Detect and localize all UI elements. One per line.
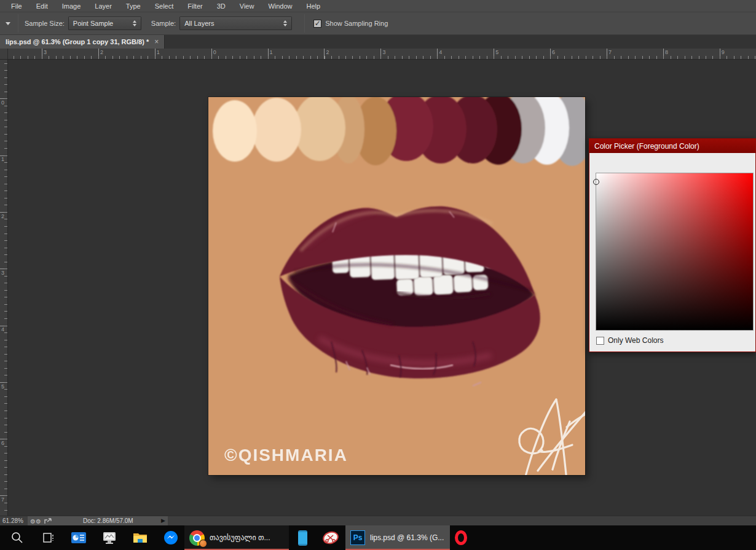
- ruler-v-number: 6: [1, 440, 4, 446]
- taskbar-photoshop-window-button[interactable]: Ps lips.psd @ 61.3% (G...: [345, 525, 450, 550]
- spinner-icon: [283, 20, 287, 26]
- sample-dropdown[interactable]: All Layers: [179, 17, 292, 30]
- menu-item-window[interactable]: Window: [261, 0, 299, 12]
- taskbar-snip-tool-button[interactable]: [318, 525, 343, 550]
- file-explorer-icon: [132, 531, 148, 544]
- taskbar-report-app-button[interactable]: [66, 525, 91, 550]
- taskbar-your-phone-button[interactable]: [290, 525, 315, 550]
- messenger-icon: [163, 530, 178, 545]
- close-icon[interactable]: ×: [154, 37, 159, 46]
- ruler-h-number: 2: [326, 49, 329, 55]
- lips-artwork: ©QISHMARIA: [208, 97, 585, 475]
- spinner-icon: [133, 20, 136, 26]
- ruler-h-number: 4: [439, 49, 442, 55]
- menu-item-layer[interactable]: Layer: [88, 0, 119, 12]
- document-tab[interactable]: lips.psd @ 61.3% (Group 1 copy 31, RGB/8…: [0, 35, 165, 49]
- vertical-ruler[interactable]: 01234567: [0, 60, 8, 516]
- color-cursor-marker[interactable]: [593, 179, 599, 185]
- chrome-window-title: თავისუფალი თ...: [210, 533, 270, 542]
- document-tab-strip: lips.psd @ 61.3% (Group 1 copy 31, RGB/8…: [0, 35, 756, 49]
- menu-item-select[interactable]: Select: [148, 0, 181, 12]
- taskbar-chrome-window-button[interactable]: თავისუფალი თ...: [184, 525, 289, 550]
- ruler-h-number: 9: [722, 49, 725, 55]
- sample-size-dropdown[interactable]: Point Sample: [68, 17, 141, 30]
- only-web-colors-checkbox[interactable]: [596, 337, 604, 345]
- tool-preset-button[interactable]: [2, 16, 14, 31]
- taskbar-search-button[interactable]: [5, 525, 30, 550]
- taskbar-file-explorer-button[interactable]: [128, 525, 152, 550]
- show-sampling-ring-label: Show Sampling Ring: [325, 20, 388, 27]
- ruler-corner: [0, 49, 8, 60]
- menu-item-3d[interactable]: 3D: [210, 0, 233, 12]
- separator: [18, 14, 18, 33]
- ruler-h-number: 1: [157, 49, 160, 55]
- chrome-icon: [189, 530, 205, 546]
- taskbar-task-view-button[interactable]: [36, 525, 60, 550]
- document-tab-title: lips.psd @ 61.3% (Group 1 copy 31, RGB/8…: [6, 38, 149, 45]
- ruler-v-number: 5: [1, 383, 4, 390]
- color-swatch-row: [213, 97, 585, 166]
- ruler-v-number: 0: [1, 100, 4, 106]
- options-bar: Sample Size: Point Sample Sample: All La…: [0, 12, 756, 35]
- document-canvas[interactable]: ©QISHMARIA: [208, 97, 585, 475]
- artist-watermark: ©QISHMARIA: [224, 446, 348, 465]
- ruler-h-number: 7: [608, 49, 612, 55]
- ruler-h-number: 6: [552, 49, 555, 55]
- color-picker-dialog: Color Picker (Foreground Color) Only Web…: [589, 138, 756, 352]
- ruler-h-number: 2: [100, 49, 103, 55]
- status-bar: 61.28% ⚙⚙ Doc: 2.86M/57.0M ▶: [0, 516, 756, 525]
- photoshop-window-title: lips.psd @ 61.3% (G...: [370, 533, 444, 542]
- ruler-h-number: 0: [213, 49, 216, 55]
- taskbar-monitor-app-button[interactable]: [97, 525, 122, 550]
- opera-icon: [455, 530, 467, 545]
- ruler-v-number: 2: [1, 213, 4, 219]
- document-size-info: Doc: 2.86M/57.0M: [83, 517, 133, 524]
- menu-item-image[interactable]: Image: [55, 0, 89, 12]
- photoshop-application-window: FileEditImageLayerTypeSelectFilter3DView…: [0, 0, 756, 550]
- only-web-colors-label: Only Web Colors: [608, 336, 663, 345]
- sample-size-value: Point Sample: [73, 20, 113, 27]
- sample-value: All Layers: [184, 20, 214, 27]
- photoshop-icon: Ps: [350, 530, 365, 545]
- notification-badge: [199, 540, 207, 548]
- saturation-brightness-field[interactable]: [596, 173, 754, 331]
- taskbar-opera-button[interactable]: [447, 525, 474, 550]
- ruler-h-number: 3: [382, 49, 385, 55]
- sample-size-label: Sample Size:: [25, 20, 65, 27]
- gears-icon[interactable]: ⚙⚙: [30, 518, 41, 525]
- ruler-h-number: 5: [495, 49, 498, 55]
- status-expand-arrow[interactable]: ▶: [161, 517, 165, 524]
- menu-item-view[interactable]: View: [233, 0, 262, 12]
- taskbar-messenger-button[interactable]: [159, 525, 183, 550]
- monitor-chart-icon: [101, 530, 117, 545]
- task-view-icon: [41, 531, 55, 544]
- scissors-tool-icon: [322, 530, 339, 545]
- windows-taskbar: თავისუფალი თ... Ps lips.psd @ 61.3% (G..…: [0, 525, 756, 550]
- menu-item-filter[interactable]: Filter: [181, 0, 210, 12]
- horizontal-ruler[interactable]: 3210123456789: [0, 49, 756, 60]
- menu-item-help[interactable]: Help: [300, 0, 328, 12]
- ruler-v-number: 7: [1, 497, 4, 503]
- ruler-v-number: 4: [1, 326, 4, 332]
- ruler-h-number: 8: [665, 49, 668, 55]
- color-picker-title: Color Picker (Foreground Color): [589, 139, 755, 153]
- menu-bar: FileEditImageLayerTypeSelectFilter3DView…: [0, 0, 756, 12]
- zoom-level-field[interactable]: 61.28%: [2, 517, 23, 524]
- blue-report-app-icon: [71, 531, 87, 544]
- phone-icon: [298, 530, 307, 546]
- ruler-h-number: 3: [44, 49, 47, 55]
- ruler-v-number: 3: [1, 270, 4, 276]
- separator: [304, 14, 305, 33]
- ruler-v-number: 1: [1, 156, 4, 162]
- export-icon[interactable]: [44, 517, 52, 525]
- menu-item-file[interactable]: File: [4, 0, 30, 12]
- search-icon: [10, 531, 24, 544]
- menu-item-edit[interactable]: Edit: [30, 0, 55, 12]
- ruler-h-number: 1: [270, 49, 273, 55]
- show-sampling-ring-checkbox[interactable]: ✓: [313, 20, 321, 28]
- status-panel: ⚙⚙ Doc: 2.86M/57.0M ▶: [28, 516, 168, 526]
- menu-item-type[interactable]: Type: [119, 0, 148, 12]
- chevron-down-icon: [6, 22, 10, 25]
- sample-label: Sample:: [151, 20, 176, 27]
